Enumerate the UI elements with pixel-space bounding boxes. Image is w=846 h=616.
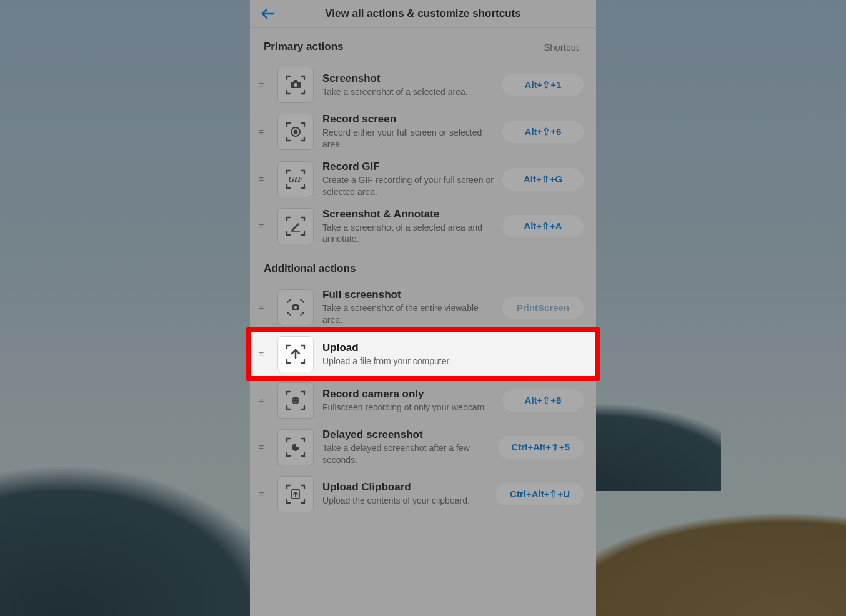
- drag-handle-icon[interactable]: =: [254, 489, 269, 499]
- shortcut-badge[interactable]: PrintScreen: [502, 297, 584, 319]
- svg-text:GIF: GIF: [288, 174, 302, 184]
- action-row-screenshot[interactable]: = Screenshot Take a screenshot of a sele…: [250, 62, 596, 108]
- action-row-upload[interactable]: = Upload Upload a file from your compute…: [250, 331, 596, 377]
- drag-handle-icon[interactable]: =: [254, 442, 269, 452]
- action-title: Record GIF: [322, 161, 494, 173]
- drag-handle-icon[interactable]: =: [254, 395, 269, 405]
- action-description: Create a GIF recording of your full scre…: [322, 174, 494, 198]
- shortcut-badge[interactable]: Alt+⇧+A: [502, 215, 584, 237]
- action-row-record-camera[interactable]: = Record camera only Fullscreen recordin…: [250, 377, 596, 424]
- primary-actions-heading: Primary actions: [264, 41, 344, 53]
- delayed-screenshot-icon: [277, 429, 314, 465]
- panel-title: View all actions & customize shortcuts: [260, 7, 586, 20]
- drag-handle-icon[interactable]: =: [254, 127, 269, 137]
- additional-actions-heading: Additional actions: [264, 262, 356, 275]
- screenshot-icon: [277, 67, 314, 103]
- action-title: Full screenshot: [322, 289, 494, 301]
- svg-rect-9: [294, 489, 297, 490]
- action-description: Fullscreen recording of only your webcam…: [322, 402, 494, 414]
- svg-point-4: [294, 306, 297, 309]
- action-title: Screenshot & Annotate: [322, 208, 494, 221]
- action-title: Delayed screenshot: [322, 429, 489, 441]
- action-row-screenshot-annotate[interactable]: = Screenshot & Annotate Take a screensho…: [250, 203, 596, 251]
- drag-handle-icon[interactable]: =: [254, 174, 269, 184]
- svg-point-2: [294, 129, 298, 134]
- record-gif-icon: GIF: [277, 161, 314, 197]
- shortcut-badge[interactable]: Ctrl+Alt+⇧+5: [498, 436, 584, 459]
- action-description: Record either your full screen or select…: [322, 127, 494, 151]
- action-row-record-screen[interactable]: = Record screen Record either your full …: [250, 108, 596, 156]
- svg-point-7: [297, 399, 298, 400]
- drag-handle-icon[interactable]: =: [254, 302, 269, 312]
- shortcut-badge[interactable]: Alt+⇧+1: [502, 74, 584, 96]
- back-button[interactable]: [261, 8, 275, 19]
- action-title: Record screen: [322, 113, 494, 126]
- action-row-record-gif[interactable]: = GIF Record GIF Create a GIF recording …: [250, 156, 596, 203]
- record-screen-icon: [277, 114, 314, 150]
- full-screenshot-icon: [277, 289, 314, 325]
- action-row-delayed-screenshot[interactable]: = Delayed screenshot Take a delayed scre…: [250, 424, 596, 471]
- shortcut-badge[interactable]: Ctrl+Alt+⇧+U: [496, 483, 584, 505]
- drag-handle-icon[interactable]: =: [254, 221, 269, 231]
- action-description: Upload a file from your computer.: [322, 355, 584, 367]
- shortcut-badge[interactable]: Alt+⇧+6: [502, 121, 584, 143]
- action-row-full-screenshot[interactable]: = Full screenshot Take a screenshot of t…: [250, 284, 596, 331]
- annotate-icon: [277, 208, 314, 244]
- arrow-left-icon: [261, 8, 275, 19]
- shortcut-badge[interactable]: Alt+⇧+8: [502, 389, 584, 412]
- shortcut-column-label: Shortcut: [544, 42, 579, 52]
- upload-clipboard-icon: [277, 476, 314, 512]
- drag-handle-icon[interactable]: =: [254, 349, 269, 359]
- actions-settings-panel: View all actions & customize shortcuts P…: [250, 0, 596, 616]
- svg-point-5: [292, 397, 299, 404]
- action-title: Upload: [322, 342, 584, 354]
- action-description: Take a screenshot of a selected area and…: [322, 222, 494, 246]
- action-description: Upload the contents of your clipboard.: [322, 495, 487, 507]
- action-description: Take a screenshot of a selected area.: [322, 86, 494, 98]
- action-title: Screenshot: [322, 72, 494, 85]
- action-row-upload-clipboard[interactable]: = Upload Clipboard Upload the contents o…: [250, 471, 596, 517]
- action-title: Upload Clipboard: [322, 481, 487, 494]
- camera-only-icon: [277, 382, 314, 419]
- highlighted-action-upload: = Upload Upload a file from your compute…: [250, 331, 596, 377]
- drag-handle-icon[interactable]: =: [254, 80, 269, 90]
- shortcut-badge[interactable]: Alt+⇧+G: [502, 168, 584, 191]
- action-title: Record camera only: [322, 388, 494, 400]
- svg-point-6: [294, 399, 295, 400]
- upload-icon: [277, 336, 314, 372]
- svg-point-0: [294, 83, 297, 87]
- action-description: Take a screenshot of the entire viewable…: [322, 302, 494, 326]
- action-description: Take a delayed screenshot after a few se…: [322, 442, 489, 466]
